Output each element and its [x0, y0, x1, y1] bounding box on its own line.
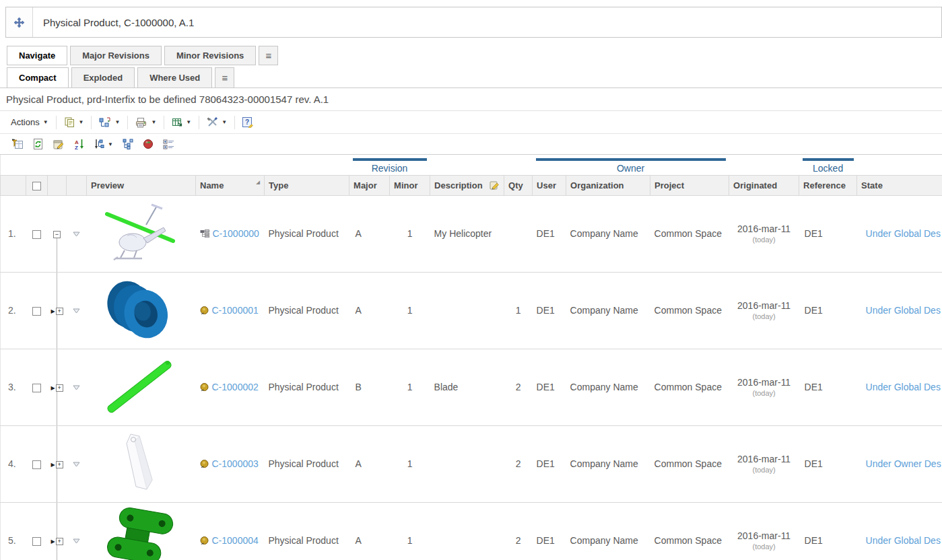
header-reference[interactable]: Reference [799, 175, 857, 195]
toolbar-separator [164, 116, 164, 129]
print-icon [135, 117, 147, 128]
cell-major: A [349, 195, 390, 272]
tab-exploded[interactable]: Exploded [71, 67, 135, 88]
help-button[interactable]: ? [238, 115, 257, 130]
header-preview[interactable]: Preview [87, 175, 196, 195]
row-menu-icon[interactable] [73, 385, 80, 390]
header-minor[interactable]: Minor [390, 175, 430, 195]
expand-node-icon[interactable]: + [56, 308, 63, 315]
tab-navigate[interactable]: Navigate [7, 46, 67, 65]
filter-button[interactable] [7, 137, 28, 151]
structure-compare-button[interactable]: ▼ [95, 115, 124, 130]
sort-order-button[interactable]: ▼ [90, 137, 118, 151]
cell-minor: 1 [390, 425, 430, 502]
collapse-node-icon[interactable]: − [53, 231, 61, 238]
details-view-button[interactable] [158, 137, 179, 151]
cell-type: Physical Product [265, 502, 349, 560]
row-checkbox[interactable] [32, 230, 41, 239]
primary-tab-overflow-menu[interactable]: ≡ [259, 46, 278, 65]
cell-major: B [349, 349, 390, 425]
row-checkbox[interactable] [32, 307, 41, 316]
preview-thumbnail[interactable] [87, 349, 196, 425]
svg-text:Z: Z [75, 145, 78, 150]
item-name-link[interactable]: C-1000004 [212, 535, 259, 546]
item-name-link[interactable]: C-1000001 [212, 305, 259, 316]
state-link[interactable]: Under Global Des [866, 228, 941, 239]
cell-user: DE1 [533, 272, 566, 349]
copy-icon [64, 117, 75, 128]
sort-order-icon [94, 139, 105, 149]
header-description[interactable]: Description [430, 175, 504, 195]
sort-az-button[interactable]: A Z [69, 137, 90, 151]
expand-node-icon[interactable]: + [56, 461, 63, 468]
row-menu-icon[interactable] [73, 462, 80, 467]
header-name[interactable]: Name◢ [196, 175, 265, 195]
tab-minor-revisions[interactable]: Minor Revisions [164, 46, 256, 65]
part-icon [200, 383, 209, 392]
secondary-tab-bar: Compact Exploded Where Used ≡ [0, 67, 942, 88]
state-link[interactable]: Under Global Des [866, 535, 941, 546]
header-type[interactable]: Type [265, 175, 349, 195]
header-organization[interactable]: Organization [566, 175, 650, 195]
print-button[interactable]: ▼ [131, 115, 160, 130]
state-link[interactable]: Under Global Des [866, 382, 941, 392]
tools-button[interactable]: ▼ [203, 115, 231, 129]
edit-button[interactable] [48, 137, 69, 151]
item-name-link[interactable]: C-1000003 [212, 458, 259, 469]
row-checkbox[interactable] [32, 384, 41, 392]
copy-button[interactable]: ▼ [60, 115, 88, 130]
cell-user: DE1 [533, 502, 566, 560]
header-expand [48, 175, 67, 195]
cell-organization: Company Name [566, 425, 650, 502]
preview-thumbnail[interactable] [87, 502, 196, 560]
header-state[interactable]: State [857, 175, 942, 195]
cell-reference: DE1 [799, 425, 857, 502]
cell-project: Common Space [650, 425, 729, 502]
cell-description [430, 272, 504, 349]
sort-indicator-icon: ◢ [257, 180, 260, 185]
tab-compact[interactable]: Compact [7, 67, 69, 88]
preview-thumbnail[interactable] [87, 425, 196, 502]
header-user[interactable]: User [533, 175, 566, 195]
item-name-link[interactable]: C-1000002 [212, 382, 259, 392]
bracket-3d-preview [101, 506, 182, 560]
select-all-checkbox[interactable] [32, 182, 41, 190]
header-originated[interactable]: Originated [729, 175, 799, 195]
header-select-all[interactable] [26, 175, 48, 195]
preview-thumbnail[interactable] [87, 272, 196, 349]
cell-type: Physical Product [265, 349, 349, 425]
row-checkbox[interactable] [32, 460, 41, 469]
row-menu-icon[interactable] [73, 232, 80, 237]
row-checkbox[interactable] [32, 537, 41, 546]
expand-node-icon[interactable]: + [56, 538, 63, 545]
pulley-3d-preview [104, 273, 178, 346]
refresh-button[interactable] [28, 137, 48, 151]
actions-menu-button[interactable]: Actions ▼ [7, 115, 53, 129]
row-number: 5. [1, 502, 26, 560]
cell-reference: DE1 [799, 272, 857, 349]
move-compass-icon[interactable] [6, 7, 33, 37]
header-major[interactable]: Major [349, 175, 390, 195]
originated-note: (today) [733, 389, 795, 397]
chevron-down-icon: ▼ [43, 119, 48, 125]
preview-thumbnail[interactable] [87, 195, 196, 272]
header-project[interactable]: Project [650, 175, 729, 195]
state-link[interactable]: Under Owner Des [866, 458, 941, 469]
tab-major-revisions[interactable]: Major Revisions [70, 46, 162, 65]
row-menu-icon[interactable] [73, 308, 80, 314]
cell-description: My Helicopter [430, 195, 504, 272]
export-table-button[interactable]: ▼ [168, 115, 195, 129]
secondary-tab-overflow-menu[interactable]: ≡ [215, 67, 234, 88]
main-toolbar: Actions ▼ ▼ ▼ ▼ [0, 111, 942, 134]
row-menu-icon[interactable] [73, 538, 80, 544]
part-icon [200, 306, 209, 315]
header-qty[interactable]: Qty [504, 175, 533, 195]
item-name-link[interactable]: C-1000000 [213, 228, 259, 239]
structure-compare-icon [99, 117, 111, 128]
expand-all-button[interactable] [118, 137, 138, 151]
tab-where-used[interactable]: Where Used [137, 67, 212, 88]
state-link[interactable]: Under Global Des [866, 305, 941, 316]
visualization-button[interactable] [138, 137, 158, 151]
expand-node-icon[interactable]: + [56, 384, 63, 392]
visualization-sphere-icon [143, 139, 154, 149]
